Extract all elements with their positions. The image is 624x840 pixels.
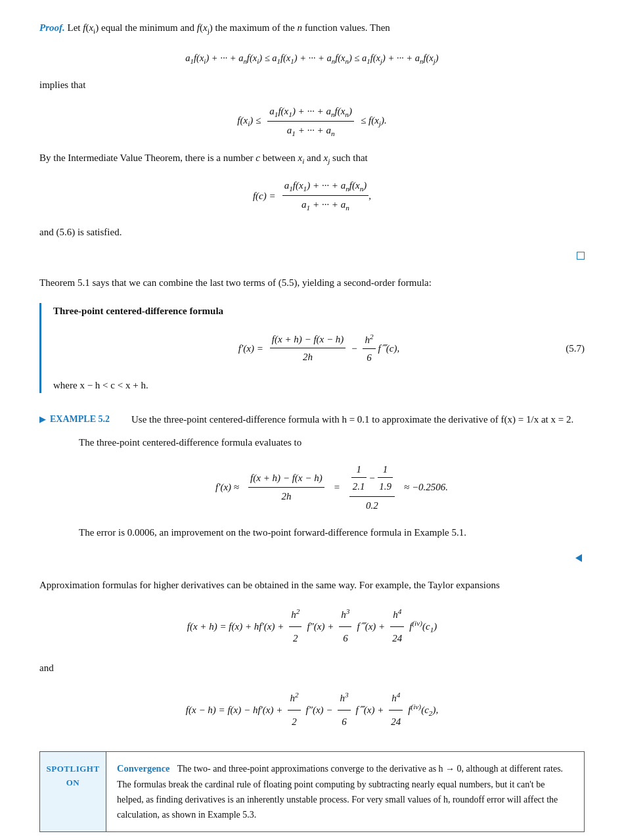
spotlight-title: Convergence (117, 763, 170, 774)
proof-intro: Proof. Let f(xi) equal the minimum and f… (39, 20, 585, 37)
spotlight-text: The two- and three-point approximations … (117, 764, 563, 820)
ivt-text: By the Intermediate Value Theorem, there… (39, 150, 585, 168)
higher-deriv-text: Approximation formulas for higher deriva… (39, 577, 585, 594)
example-52-block: ▶ EXAMPLE 5.2 Use the three-point center… (39, 411, 585, 428)
where-text: where x − h < c < x + h. (53, 377, 585, 393)
example-52-content: Use the three-point centered-difference … (131, 411, 585, 428)
proof-label: Proof. (39, 22, 65, 33)
theorem-text: Theorem 5.1 says that we can combine the… (39, 275, 585, 291)
proof-end (39, 250, 585, 264)
page-content: Proof. Let f(xi) equal the minimum and f… (39, 20, 585, 832)
taylor-expansion-1: f(x + h) = f(x) + hf′(x) + h2 2 f″(x) + … (39, 603, 585, 649)
qed-box (577, 252, 585, 260)
example-52-label-text: EXAMPLE 5.2 (50, 412, 110, 427)
equation-number-57: (5.7) (566, 340, 585, 356)
taylor-expansion-2: f(x − h) = f(x) − hf′(x) + h2 2 f″(x) − … (39, 687, 585, 733)
example-52-error: The error is 0.0006, an improvement on t… (79, 525, 585, 541)
example-52-intro: The three-point centered-difference form… (79, 434, 585, 451)
inequality-row: a1f(xi) + ··· + anf(xi) ≤ a1f(x1) + ··· … (39, 49, 585, 69)
example-52-calc: f′(x) ≈ f(x + h) − f(x − h) 2h = 12.1 − … (79, 461, 585, 514)
three-point-equation: f′(x) = f(x + h) − f(x − h) 2h − h2 6 f‴… (53, 331, 585, 365)
example-52-text: Use the three-point centered-difference … (131, 414, 573, 425)
three-point-title: Three-point centered-difference formula (53, 303, 585, 319)
example-end-triangle (79, 550, 585, 565)
spotlight-content: Convergence The two- and three-point app… (106, 752, 584, 831)
implies-text: implies that (39, 77, 585, 93)
example-52-label: ▶ EXAMPLE 5.2 (39, 411, 131, 427)
weighted-avg-ineq: f(xi) ≤ a1f(x1) + ··· + anf(xn) a1 + ···… (39, 103, 585, 139)
approx-value: ≈ −0.2506. (404, 479, 448, 496)
satisfied-text: and (5.6) is satisfied. (39, 224, 585, 241)
end-triangle-icon (575, 554, 582, 562)
proof-block: Proof. Let f(xi) equal the minimum and f… (39, 20, 585, 37)
three-point-section: Three-point centered-difference formula … (39, 303, 585, 393)
ivt-equation: f(c) = a1f(x1) + ··· + anf(xn) a1 + ··· … (39, 177, 585, 214)
and-text: and (39, 660, 585, 676)
spotlight-label: SPOTLIGHT ON (40, 752, 106, 831)
spotlight-box: SPOTLIGHT ON Convergence The two- and th… (39, 751, 585, 832)
example-52-body: The three-point centered-difference form… (79, 434, 585, 565)
